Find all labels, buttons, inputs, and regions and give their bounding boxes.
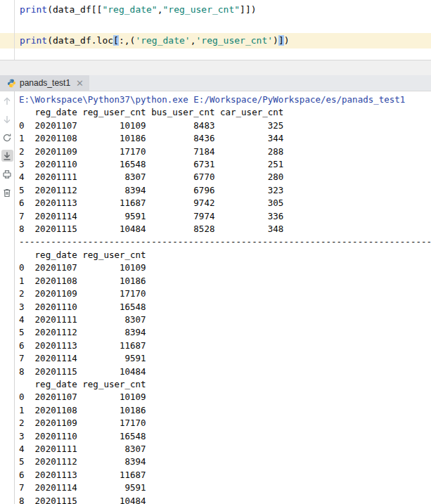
code-token: print — [20, 4, 47, 15]
code-token: , — [157, 4, 163, 15]
console-toolbar — [0, 91, 15, 504]
code-token: "reg_user_cnt" — [163, 4, 240, 15]
code-editor[interactable]: print(data_df[["reg_date","reg_user_cnt"… — [0, 0, 431, 60]
code-token: (data_df.loc — [47, 35, 113, 46]
print-icon[interactable] — [1, 168, 13, 180]
code-token: "reg_date" — [102, 4, 157, 15]
console-separator-rule: ----------------------------------------… — [19, 235, 431, 248]
editor-gutter-separator — [14, 0, 15, 60]
code-token: ]]) — [240, 4, 256, 15]
code-token: ] — [278, 35, 284, 46]
code-token: print — [20, 35, 47, 46]
code-line-4-empty[interactable] — [0, 49, 431, 64]
run-toolwindow-tabbar: panads_test1 ✕ — [0, 75, 431, 91]
code-token: :,( — [119, 35, 135, 46]
scroll-to-end-icon[interactable] — [1, 150, 13, 162]
rerun-icon[interactable] — [1, 131, 13, 143]
clear-console-icon[interactable] — [1, 186, 13, 198]
up-arrow-icon[interactable] — [1, 95, 13, 107]
code-token: 'reg_user_cnt' — [195, 35, 273, 46]
code-token: [ — [113, 35, 119, 46]
tab-label: panads_test1 — [20, 78, 70, 88]
code-token: ) — [284, 35, 290, 46]
console-dataframe-table: reg_date reg_user_cnt 0 20201107 10109 1… — [19, 378, 431, 504]
run-console: E:\Workspace\Python37\python.exe E:/Work… — [0, 91, 431, 504]
console-command-line: E:\Workspace\Python37\python.exe E:/Work… — [19, 93, 431, 106]
console-dataframe-table: reg_date reg_user_cnt bus_user_cnt car_u… — [19, 106, 431, 235]
tab-panads-test1[interactable]: panads_test1 ✕ — [0, 75, 89, 91]
code-line-2-empty[interactable] — [0, 18, 431, 33]
code-line-1[interactable]: print(data_df[["reg_date","reg_user_cnt"… — [0, 2, 431, 18]
console-dataframe-table: reg_date reg_user_cnt 0 20201107 10109 1… — [19, 249, 431, 378]
down-arrow-icon[interactable] — [1, 113, 13, 125]
console-output: E:\Workspace\Python37\python.exe E:/Work… — [15, 91, 431, 504]
code-token: 'reg_date' — [135, 35, 190, 46]
close-icon[interactable]: ✕ — [76, 79, 84, 88]
code-token: (data_df[[ — [47, 4, 102, 15]
code-token: ) — [273, 35, 278, 46]
python-logo-icon — [7, 79, 16, 88]
code-line-3-current[interactable]: print(data_df.loc[:,('reg_date','reg_use… — [0, 33, 431, 49]
